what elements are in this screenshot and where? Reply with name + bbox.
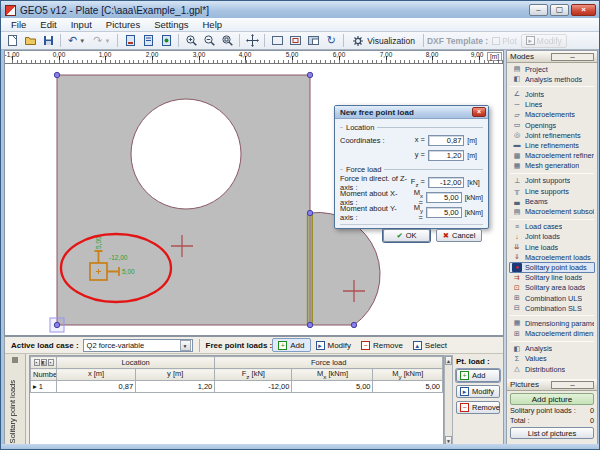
joint-node[interactable] bbox=[307, 72, 312, 77]
view-detail-icon[interactable] bbox=[304, 33, 322, 49]
plate-region[interactable] bbox=[57, 75, 380, 325]
pt-add-button[interactable]: +Add bbox=[456, 369, 500, 382]
col-x[interactable]: x [m] bbox=[57, 369, 136, 381]
table-corner-button-3[interactable]: ▪ bbox=[48, 359, 54, 366]
remove-load-button[interactable]: −Remove bbox=[356, 338, 408, 352]
sidebar-item-line-supports[interactable]: ╥Line supports bbox=[509, 186, 595, 196]
sidebar-item-beams[interactable]: ▃Beams bbox=[509, 196, 595, 206]
sidebar-item-load-cases[interactable]: ≡Load cases bbox=[509, 222, 595, 232]
menu-input[interactable]: Input bbox=[64, 19, 99, 30]
close-button[interactable]: × bbox=[571, 4, 596, 16]
joint-node[interactable] bbox=[351, 322, 356, 327]
pan-icon[interactable] bbox=[243, 33, 261, 49]
splitter-handle[interactable] bbox=[12, 357, 18, 363]
sidebar-item-line-refinements[interactable]: ▬Line refinements bbox=[509, 140, 595, 150]
redo-icon[interactable]: ↷▼ bbox=[89, 33, 114, 49]
joint-node[interactable] bbox=[307, 322, 312, 327]
y-coordinate-field[interactable]: 1,20 bbox=[428, 150, 464, 161]
collapse-icon[interactable]: – bbox=[551, 381, 594, 389]
sidebar-item-analysis-methods[interactable]: ◧Analysis methods bbox=[509, 74, 595, 84]
visualization-button[interactable]: Visualization bbox=[347, 33, 420, 48]
my-field[interactable]: 5,00 bbox=[426, 207, 462, 218]
col-number[interactable]: Number bbox=[31, 369, 57, 381]
sidebar-item-project[interactable]: ▤Project bbox=[509, 64, 595, 74]
add-picture-button[interactable]: Add picture bbox=[510, 393, 594, 405]
drawing-canvas[interactable]: -1,00 0,00 1,00 2,00 3,00 4,00 5,00 6,00… bbox=[4, 50, 504, 336]
modify-load-button[interactable]: ▸Modify bbox=[311, 338, 357, 352]
sidebar-item-mesh-generation[interactable]: ▦Mesh generation bbox=[509, 161, 595, 171]
minimize-button[interactable]: – bbox=[529, 4, 548, 16]
menu-settings[interactable]: Settings bbox=[147, 19, 195, 30]
col-my[interactable]: My [kNm] bbox=[373, 369, 443, 381]
sidebar-item-solitary-point-loads[interactable]: ●Solitary point loads bbox=[509, 262, 595, 272]
save-file-icon[interactable] bbox=[39, 33, 57, 49]
copy-view-icon[interactable] bbox=[139, 33, 157, 49]
zoom-in-icon[interactable] bbox=[182, 33, 200, 49]
col-y[interactable]: y [m] bbox=[136, 369, 215, 381]
sidebar-item-lines[interactable]: ─Lines bbox=[509, 100, 595, 110]
menu-pictures[interactable]: Pictures bbox=[99, 19, 147, 30]
table-scrollbar[interactable]: ▲ ▼ bbox=[444, 355, 453, 446]
sidebar-item-values[interactable]: ΣValues bbox=[509, 354, 595, 364]
dialog-title-bar[interactable]: New free point load × bbox=[335, 106, 488, 119]
sidebar-item-joint-refinements[interactable]: ◎Joint refinements bbox=[509, 130, 595, 140]
view-window-icon[interactable] bbox=[286, 33, 304, 49]
sidebar-item-joint-loads[interactable]: ↓Joint loads bbox=[509, 232, 595, 242]
zoom-selection-icon[interactable] bbox=[218, 33, 236, 49]
active-load-case-select[interactable]: Q2 force-variable ▼ bbox=[83, 339, 193, 352]
menu-edit[interactable]: Edit bbox=[33, 19, 63, 30]
joint-node[interactable] bbox=[54, 322, 59, 327]
fz-field[interactable]: -12,00 bbox=[428, 177, 464, 188]
sidebar-item-macroelement-refinements[interactable]: ▩Macroelement refinements bbox=[509, 151, 595, 161]
col-mx[interactable]: Mx [kNm] bbox=[292, 369, 373, 381]
view-full-icon[interactable] bbox=[268, 33, 286, 49]
refresh-view-icon[interactable]: ↻ bbox=[322, 33, 340, 49]
sidebar-item-line-loads[interactable]: ⇊Line loads bbox=[509, 242, 595, 252]
open-file-icon[interactable] bbox=[21, 33, 39, 49]
sidebar-item-dimensioning-parameters[interactable]: ▦Dimensioning parameters bbox=[509, 318, 595, 328]
sidebar-item-combination-sls[interactable]: ⊟Combination SLS bbox=[509, 303, 595, 313]
zoom-out-icon[interactable] bbox=[200, 33, 218, 49]
plot-checkbox[interactable]: Plot bbox=[488, 33, 521, 49]
x-coordinate-field[interactable]: 0,87 bbox=[428, 135, 464, 146]
sidebar-item-solitary-area-loads[interactable]: ⊡Solitary area loads bbox=[509, 283, 595, 293]
restore-button[interactable]: ▢ bbox=[550, 4, 569, 16]
mx-field[interactable]: 5,00 bbox=[426, 192, 462, 203]
sidebar-item-macroelement-dimensionings[interactable]: ⊞Macroelement dimensionings bbox=[509, 329, 595, 339]
sidebar-item-analysis[interactable]: ◧Analysis bbox=[509, 344, 595, 354]
chevron-down-icon[interactable]: ▼ bbox=[180, 340, 191, 351]
table-corner-button-2[interactable]: ◧ bbox=[41, 359, 47, 366]
dialog-close-icon[interactable]: × bbox=[472, 107, 486, 117]
sidebar-item-macroelements[interactable]: ▱Macroelements bbox=[509, 110, 595, 120]
sidebar-item-combination-uls[interactable]: ⊞Combination ULS bbox=[509, 293, 595, 303]
joint-node[interactable] bbox=[307, 210, 312, 215]
col-fz[interactable]: Fz [kN] bbox=[215, 369, 292, 381]
frame-tab[interactable]: Solitary point loads bbox=[5, 354, 26, 447]
table-corner-button-1[interactable]: ▪ bbox=[34, 359, 40, 366]
scroll-up-icon[interactable]: ▲ bbox=[445, 356, 452, 365]
sidebar-item-distributions[interactable]: △Distributions bbox=[509, 364, 595, 374]
select-load-button[interactable]: ▴Select bbox=[408, 338, 452, 352]
table-row[interactable]: ▸ 1 0,87 1,20 -12,00 5,00 5,00 bbox=[31, 381, 443, 393]
sidebar-item-joints[interactable]: ∠Joints bbox=[509, 89, 595, 99]
title-bar[interactable]: GEO5 v12 - Plate [C:\aaa\Example_1.gpl*]… bbox=[1, 1, 599, 18]
sidebar-item-joint-supports[interactable]: ⊥Joint supports bbox=[509, 176, 595, 186]
add-load-button[interactable]: +Add bbox=[272, 338, 310, 352]
cancel-button[interactable]: ✖Cancel bbox=[436, 229, 482, 242]
menu-file[interactable]: File bbox=[4, 19, 33, 30]
list-of-pictures-button[interactable]: List of pictures bbox=[510, 427, 594, 439]
menu-help[interactable]: Help bbox=[195, 19, 229, 30]
undo-icon[interactable]: ↶▼ bbox=[64, 33, 89, 49]
copy-picture-icon[interactable] bbox=[121, 33, 139, 49]
pt-modify-button[interactable]: ▸Modify bbox=[456, 385, 500, 398]
collapse-icon[interactable]: – bbox=[551, 53, 594, 61]
new-document-icon[interactable] bbox=[3, 33, 21, 49]
copy-metafile-icon[interactable] bbox=[157, 33, 175, 49]
ok-button[interactable]: ✔OK bbox=[383, 229, 430, 242]
sidebar-item-macroelement-subsoils[interactable]: ▤Macroelement subsoils bbox=[509, 206, 595, 216]
dxf-modify-button[interactable]: ▸Modify bbox=[521, 34, 567, 48]
sidebar-item-solitary-line-loads[interactable]: ⇉Solitary line loads bbox=[509, 273, 595, 283]
sidebar-item-macroelement-loads[interactable]: ⇓Macroelement loads bbox=[509, 252, 595, 262]
sidebar-item-openings[interactable]: ▭Openings bbox=[509, 120, 595, 130]
joint-node[interactable] bbox=[54, 72, 59, 77]
